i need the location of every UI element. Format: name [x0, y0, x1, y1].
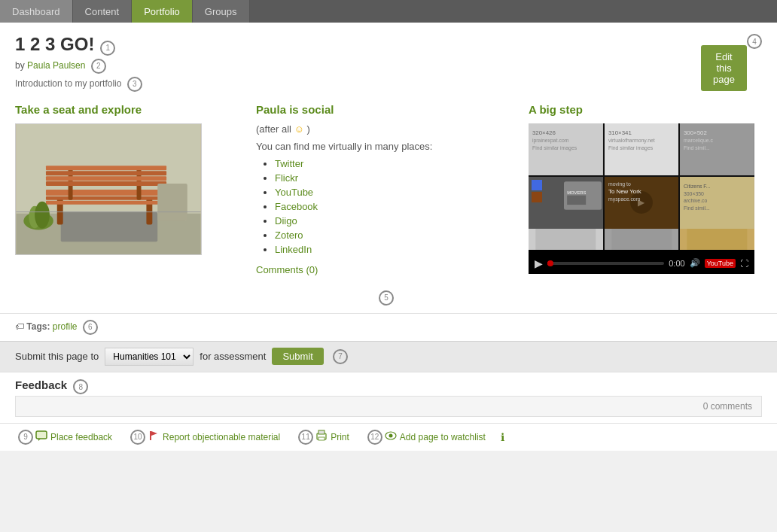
- svg-rect-43: [535, 229, 596, 250]
- place-feedback-button[interactable]: Place feedback: [35, 430, 112, 443]
- feedback-section: Feedback 8 0 comments: [0, 372, 777, 423]
- bench-image: [15, 123, 202, 255]
- svg-text:Find similar images: Find similar images: [608, 144, 654, 150]
- tags-bar: 🏷 Tags: profile 6: [0, 313, 777, 341]
- smiley-icon: ☺: [294, 123, 304, 135]
- svg-text:310×341: 310×341: [608, 129, 632, 135]
- list-item: LinkedIn: [275, 244, 513, 255]
- video-player[interactable]: 320×426 iprainexpat.com Find similar ima…: [529, 123, 754, 274]
- svg-text:iprainexpat.com: iprainexpat.com: [532, 137, 569, 143]
- report-label: Report objectionable material: [163, 432, 280, 442]
- action-badge-11: 11: [298, 430, 313, 445]
- eye-icon: [385, 431, 397, 442]
- video-time: 0:00: [669, 259, 684, 268]
- action-badge-10: 10: [130, 430, 145, 445]
- svg-rect-46: [36, 431, 47, 439]
- action-badge-9: 9: [18, 430, 33, 445]
- place-feedback-label: Place feedback: [50, 432, 112, 442]
- progress-bar[interactable]: [547, 262, 664, 265]
- svg-text:Find similar images: Find similar images: [532, 144, 577, 150]
- page-description: Introduction to my portfolio 3: [15, 77, 762, 92]
- svg-rect-51: [318, 430, 325, 434]
- progress-dot: [547, 260, 553, 266]
- svg-text:archive.co: archive.co: [684, 198, 708, 203]
- submit-bar: Submit this page to Humanities 101 for a…: [0, 341, 777, 372]
- svg-text:virtualofharmony.net: virtualofharmony.net: [608, 137, 655, 143]
- course-dropdown[interactable]: Humanities 101: [105, 348, 193, 366]
- watchlist-button[interactable]: Add page to watchlist: [385, 431, 486, 442]
- zotero-link[interactable]: Zotero: [275, 230, 303, 241]
- comments-link[interactable]: Comments (0): [256, 264, 318, 275]
- tag-profile[interactable]: profile: [53, 321, 78, 332]
- youtube-link[interactable]: YouTube: [275, 187, 313, 198]
- twitter-link[interactable]: Twitter: [275, 158, 303, 169]
- social-intro: (after all ☺ ): [256, 123, 513, 135]
- page-title: 1 2 3 GO!: [15, 34, 94, 55]
- comments-count: 0 comments: [703, 401, 752, 412]
- svg-text:320×426: 320×426: [532, 129, 556, 135]
- flag-icon: [148, 430, 160, 444]
- main-container: 1 2 3 GO! 1 by Paula Paulsen 2 Introduct…: [0, 23, 777, 451]
- video-thumb-6: Citizens F... 300×350 archive.co Find si…: [680, 177, 754, 229]
- right-column: A big step 320×426 iprainexpat.com Find …: [529, 103, 762, 306]
- svg-text:myspace.com: myspace.com: [608, 196, 641, 202]
- svg-text:Find simil...: Find simil...: [684, 144, 710, 150]
- svg-text:300×502: 300×502: [684, 129, 707, 135]
- title-badge: 1: [100, 41, 115, 56]
- video-thumb-3: 300×502 marcelique.c Find simil...: [680, 123, 754, 175]
- tags-icon: 🏷: [15, 321, 24, 332]
- right-section-title: A big step: [529, 103, 762, 116]
- list-item: Facebook: [275, 201, 513, 212]
- action-bar: 9 Place feedback 10: [0, 423, 777, 451]
- author-badge: 2: [91, 59, 106, 74]
- left-column: Take a seat and explore: [15, 103, 241, 306]
- edit-page-button[interactable]: Edit this page: [701, 45, 747, 91]
- report-button[interactable]: Report objectionable material: [148, 430, 280, 444]
- play-control[interactable]: ▶: [535, 257, 543, 269]
- svg-rect-48: [150, 431, 151, 440]
- svg-rect-44: [611, 229, 672, 250]
- linkedin-link[interactable]: LinkedIn: [275, 244, 312, 255]
- desc-badge: 3: [127, 77, 142, 92]
- nav-groups[interactable]: Groups: [193, 0, 250, 23]
- comment-icon: [35, 430, 47, 443]
- find-text: You can find me virtually in many places…: [256, 141, 513, 152]
- list-item: Zotero: [275, 230, 513, 241]
- author-link[interactable]: Paula Paulsen: [27, 60, 85, 71]
- svg-rect-17: [157, 184, 187, 220]
- svg-rect-52: [318, 437, 325, 440]
- middle-badge: 5: [379, 290, 394, 306]
- video-thumb-2: 310×341 virtualofharmony.net Find simila…: [605, 123, 679, 175]
- svg-rect-13: [46, 181, 166, 186]
- nav-dashboard[interactable]: Dashboard: [0, 0, 73, 23]
- feedback-title: Feedback: [15, 378, 67, 391]
- list-item: Flickr: [275, 172, 513, 184]
- svg-text:300×350: 300×350: [684, 190, 704, 196]
- flickr-link[interactable]: Flickr: [275, 172, 298, 184]
- svg-text:Find simil...: Find simil...: [684, 205, 710, 211]
- svg-rect-10: [46, 166, 166, 170]
- submit-suffix: for assessment: [200, 351, 266, 362]
- video-thumb-1: 320×426 iprainexpat.com Find similar ima…: [529, 123, 603, 175]
- left-section-title: Take a seat and explore: [15, 103, 241, 116]
- print-label: Print: [331, 432, 349, 442]
- video-grid: 320×426 iprainexpat.com Find similar ima…: [529, 123, 754, 229]
- print-button[interactable]: Print: [315, 430, 349, 444]
- facebook-link[interactable]: Facebook: [275, 201, 318, 212]
- volume-icon[interactable]: 🔊: [690, 258, 700, 268]
- submit-button[interactable]: Submit: [272, 348, 323, 365]
- svg-point-16: [35, 201, 50, 228]
- svg-text:Citizens F...: Citizens F...: [684, 183, 711, 188]
- info-icon[interactable]: ℹ: [501, 431, 504, 443]
- svg-text:marcelique.c: marcelique.c: [684, 137, 714, 143]
- diigo-link[interactable]: Diigo: [275, 215, 297, 226]
- nav-content[interactable]: Content: [73, 0, 133, 23]
- fullscreen-icon[interactable]: ⛶: [740, 259, 748, 268]
- feedback-badge: 8: [73, 379, 88, 394]
- top-nav: Dashboard Content Portfolio Groups: [0, 0, 777, 23]
- middle-section-title: Paula is social: [256, 103, 513, 116]
- nav-portfolio[interactable]: Portfolio: [132, 0, 193, 23]
- list-item: Twitter: [275, 158, 513, 169]
- svg-rect-11: [46, 171, 166, 175]
- svg-rect-7: [46, 200, 166, 204]
